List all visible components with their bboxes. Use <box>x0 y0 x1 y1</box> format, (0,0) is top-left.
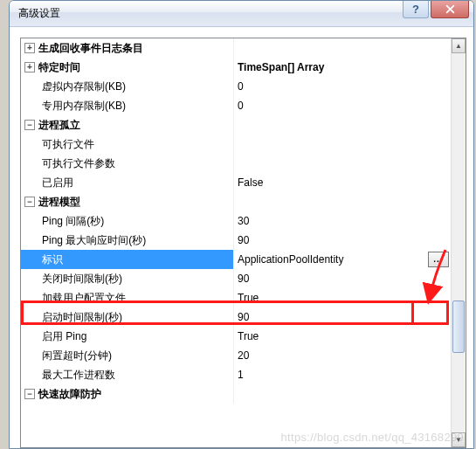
prop-ping-enabled[interactable]: 启用 Ping True <box>21 327 451 346</box>
prop-value: 0 <box>238 96 244 115</box>
scroll-down-button[interactable]: ▼ <box>452 432 466 447</box>
category-rapid-fail[interactable]: － 快速故障防护 <box>21 384 451 404</box>
prop-value: 1 <box>238 365 244 384</box>
prop-startup-time-limit[interactable]: 启动时间限制(秒) 90 <box>21 307 451 327</box>
category-process-orphan[interactable]: － 进程孤立 <box>21 115 451 135</box>
category-value: TimeSpan[] Array <box>238 58 324 77</box>
prop-label: 关闭时间限制(秒) <box>42 269 122 288</box>
close-icon <box>445 4 455 14</box>
ellipsis-icon: ... <box>433 250 443 269</box>
prop-label: 启用 Ping <box>42 327 86 346</box>
prop-label: Ping 间隔(秒) <box>42 211 104 231</box>
prop-value: True <box>238 327 259 346</box>
prop-label: 加载用户配置文件 <box>42 288 126 307</box>
prop-ping-interval[interactable]: Ping 间隔(秒) 30 <box>21 211 451 231</box>
collapse-icon[interactable]: － <box>24 389 35 399</box>
prop-label: 可执行文件 <box>42 135 94 154</box>
expand-icon[interactable]: + <box>24 62 35 73</box>
prop-value: 0 <box>238 77 244 96</box>
category-label: 快速故障防护 <box>38 384 101 404</box>
prop-virtual-memory-limit[interactable]: 虚拟内存限制(KB) 0 <box>21 77 451 96</box>
category-specific-time[interactable]: + 特定时间 TimeSpan[] Array <box>21 58 451 77</box>
prop-label: 专用内存限制(KB) <box>42 96 126 115</box>
category-recycle-events[interactable]: + 生成回收事件日志条目 <box>21 38 451 58</box>
titlebar[interactable]: 高级设置 ? <box>10 1 473 27</box>
grid-rows: + 生成回收事件日志条目 + 特定时间 TimeSpan[] Array 虚拟内… <box>21 38 451 447</box>
prop-identity[interactable]: 标识 ApplicationPoolIdentity ... <box>21 250 451 269</box>
close-button[interactable] <box>431 1 469 18</box>
prop-label: 标识 <box>42 250 63 269</box>
prop-value: 30 <box>238 211 249 231</box>
prop-label: 虚拟内存限制(KB) <box>42 77 126 96</box>
prop-idle-timeout[interactable]: 闲置超时(分钟) 20 <box>21 346 451 365</box>
prop-label: 已启用 <box>42 173 73 192</box>
prop-label: 最大工作进程数 <box>42 365 115 384</box>
prop-value: 20 <box>238 346 249 365</box>
category-label: 进程孤立 <box>38 115 80 135</box>
prop-executable[interactable]: 可执行文件 <box>21 135 451 154</box>
prop-private-memory-limit[interactable]: 专用内存限制(KB) 0 <box>21 96 451 115</box>
window-title: 高级设置 <box>18 6 60 21</box>
category-process-model[interactable]: － 进程模型 <box>21 192 451 211</box>
prop-value: ApplicationPoolIdentity <box>238 250 343 269</box>
prop-shutdown-time-limit[interactable]: 关闭时间限制(秒) 90 <box>21 269 451 288</box>
prop-label: 可执行文件参数 <box>42 154 115 173</box>
help-button[interactable]: ? <box>403 1 429 18</box>
prop-label: 闲置超时(分钟) <box>42 346 112 365</box>
category-label: 进程模型 <box>38 192 80 211</box>
prop-label: 启动时间限制(秒) <box>42 307 122 327</box>
prop-value: 90 <box>238 269 249 288</box>
collapse-icon[interactable]: － <box>24 197 35 207</box>
vertical-scrollbar[interactable]: ▲ ▼ <box>451 38 466 447</box>
prop-value: True <box>238 288 259 307</box>
scroll-thumb[interactable] <box>452 300 465 353</box>
advanced-settings-dialog: 高级设置 ? + 生成回收事件日志条目 <box>9 0 474 449</box>
prop-max-worker-processes[interactable]: 最大工作进程数 1 <box>21 365 451 384</box>
prop-enabled[interactable]: 已启用 False <box>21 173 451 192</box>
prop-ping-max-response[interactable]: Ping 最大响应时间(秒) 90 <box>21 231 451 250</box>
prop-value: 90 <box>238 231 249 250</box>
prop-label: Ping 最大响应时间(秒) <box>42 231 146 250</box>
browse-button[interactable]: ... <box>428 252 449 267</box>
expand-icon[interactable]: + <box>24 43 35 53</box>
scroll-up-button[interactable]: ▲ <box>452 38 466 53</box>
property-grid: + 生成回收事件日志条目 + 特定时间 TimeSpan[] Array 虚拟内… <box>20 38 466 448</box>
collapse-icon[interactable]: － <box>24 120 35 130</box>
titlebar-buttons: ? <box>403 1 469 18</box>
prop-value: False <box>238 173 263 192</box>
prop-value: 90 <box>238 307 249 327</box>
category-label: 特定时间 <box>38 58 80 77</box>
prop-load-user-profile[interactable]: 加载用户配置文件 True <box>21 288 451 307</box>
client-area: + 生成回收事件日志条目 + 特定时间 TimeSpan[] Array 虚拟内… <box>10 27 473 448</box>
category-label: 生成回收事件日志条目 <box>38 38 143 58</box>
prop-executable-params[interactable]: 可执行文件参数 <box>21 154 451 173</box>
